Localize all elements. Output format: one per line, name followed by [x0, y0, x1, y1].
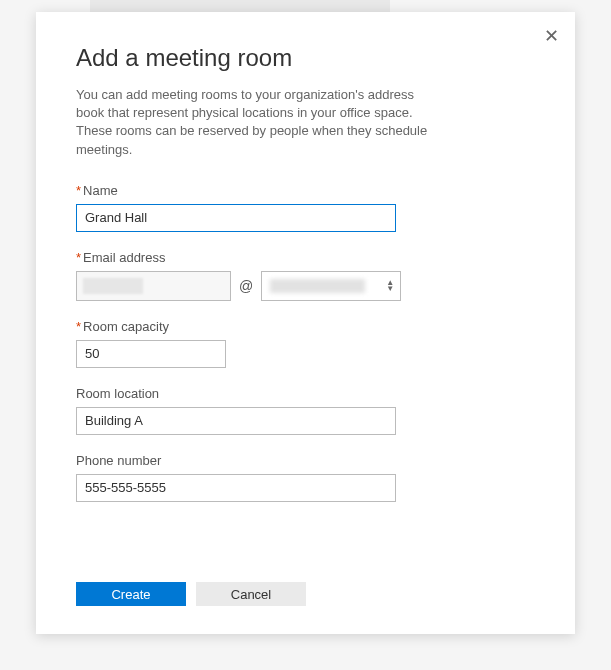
- capacity-field: *Room capacity: [76, 319, 535, 368]
- required-indicator: *: [76, 250, 81, 265]
- required-indicator: *: [76, 319, 81, 334]
- email-input-row: @ ▲▼: [76, 271, 535, 301]
- close-button[interactable]: ✕: [541, 26, 561, 46]
- select-arrows-icon: ▲▼: [386, 280, 394, 292]
- backdrop-decoration: [90, 0, 390, 12]
- button-row: Create Cancel: [76, 582, 306, 606]
- email-field: *Email address @ ▲▼: [76, 250, 535, 301]
- redacted-content: [83, 278, 143, 294]
- redacted-content: [270, 279, 365, 293]
- phone-input[interactable]: [76, 474, 396, 502]
- name-field: *Name: [76, 183, 535, 232]
- cancel-button[interactable]: Cancel: [196, 582, 306, 606]
- capacity-input[interactable]: [76, 340, 226, 368]
- email-label: *Email address: [76, 250, 535, 265]
- location-field: Room location: [76, 386, 535, 435]
- name-label: *Name: [76, 183, 535, 198]
- location-label: Room location: [76, 386, 535, 401]
- email-local-input[interactable]: [76, 271, 231, 301]
- phone-label: Phone number: [76, 453, 535, 468]
- name-input[interactable]: [76, 204, 396, 232]
- required-indicator: *: [76, 183, 81, 198]
- add-meeting-room-dialog: ✕ Add a meeting room You can add meeting…: [36, 12, 575, 634]
- close-icon: ✕: [544, 26, 559, 46]
- email-domain-select[interactable]: ▲▼: [261, 271, 401, 301]
- dialog-title: Add a meeting room: [76, 44, 535, 72]
- at-symbol: @: [239, 278, 253, 294]
- phone-field: Phone number: [76, 453, 535, 502]
- capacity-label: *Room capacity: [76, 319, 535, 334]
- create-button[interactable]: Create: [76, 582, 186, 606]
- dialog-description: You can add meeting rooms to your organi…: [76, 86, 436, 159]
- location-input[interactable]: [76, 407, 396, 435]
